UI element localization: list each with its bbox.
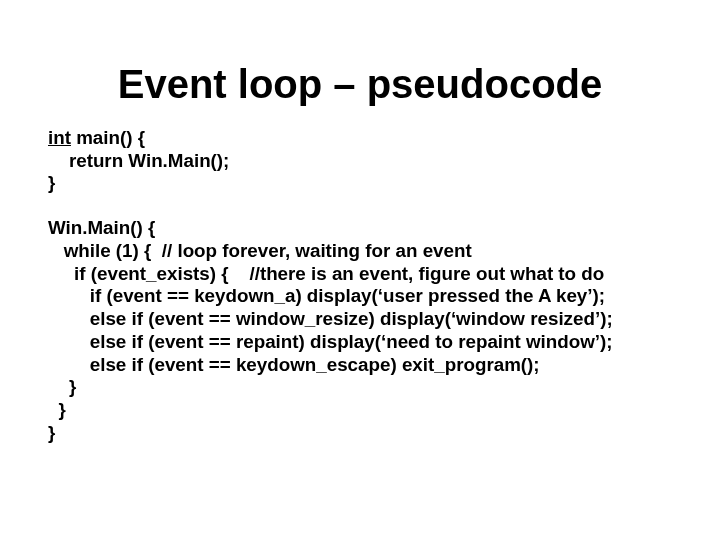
winmain-window-resize: else if (event == window_resize) display… (48, 308, 613, 329)
winmain-close-if: } (48, 376, 76, 397)
slide: Event loop – pseudocode int main() { ret… (0, 0, 720, 540)
winmain-while: while (1) { // loop forever, waiting for… (48, 240, 472, 261)
winmain-repaint: else if (event == repaint) display(‘need… (48, 331, 613, 352)
winmain-if-exists: if (event_exists) { //there is an event,… (48, 263, 604, 284)
slide-title: Event loop – pseudocode (0, 0, 720, 127)
winmain-keydown-a: if (event == keydown_a) display(‘user pr… (48, 285, 605, 306)
main-sig-rest: main() { (71, 127, 145, 148)
main-int-keyword: int (48, 127, 71, 148)
main-close: } (48, 172, 55, 193)
winmain-close-while: } (48, 399, 66, 420)
spacer (0, 195, 720, 217)
winmain-keydown-escape: else if (event == keydown_escape) exit_p… (48, 354, 540, 375)
main-return: return Win.Main(); (48, 150, 229, 171)
winmain-close-fn: } (48, 422, 55, 443)
winmain-sig: Win.Main() { (48, 217, 155, 238)
code-block-main: int main() { return Win.Main(); } (0, 127, 720, 195)
code-block-winmain: Win.Main() { while (1) { // loop forever… (0, 217, 720, 444)
